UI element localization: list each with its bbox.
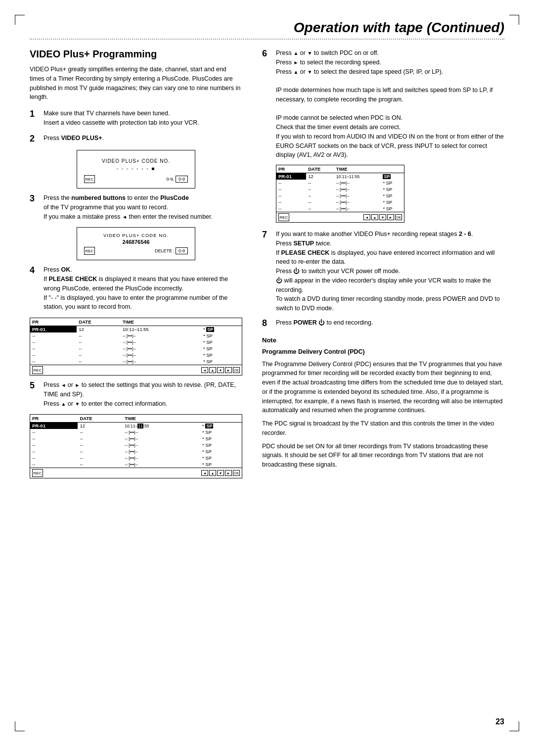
- step-1-content: Make sure that TV channels have been tun…: [44, 109, 242, 128]
- table-row: ------:|•••|--* SP: [30, 339, 242, 345]
- controls-bar-2: ◄ ▲ ▼ ► OK: [201, 470, 240, 476]
- sp-badge-3: SP: [383, 174, 391, 179]
- step-1-text-b: Insert a video cassette with protection …: [44, 119, 199, 126]
- vcr2-bottom: REC DELETE : 0-9: [84, 247, 188, 255]
- vcr2-code: 246876546: [84, 239, 188, 245]
- th-time: TIME: [121, 318, 201, 326]
- step-6-content: Press or to switch PDC on or off. Press …: [276, 48, 504, 160]
- step-5-content: Press or to select the settings that you…: [44, 380, 242, 408]
- tri-up-icon: [61, 400, 66, 407]
- section-title: VIDEO Plus+ Programming: [30, 48, 242, 60]
- th2-date: DATE: [78, 415, 123, 423]
- step-6-f: Check that the timer event details are c…: [276, 124, 400, 131]
- step-6-b: Press to select the recording speed.: [276, 59, 381, 66]
- step-6: 6 Press or to switch PDC on or off. Pres…: [262, 48, 504, 160]
- step-7: 7 If you want to make another VIDEO Plus…: [262, 230, 504, 313]
- table-row: ------:|•••|--* SP: [30, 345, 242, 352]
- page-header: Operation with tape (Continued): [30, 20, 504, 36]
- note-pdc-1: The Programme Delivery Control (PDC) ens…: [262, 360, 504, 416]
- th-sp: [201, 318, 242, 326]
- step-7-number: 7: [262, 230, 272, 240]
- table-row: ------:|•••|--* SP: [30, 332, 242, 339]
- tri-left-2-icon: [61, 381, 66, 388]
- table-row: ------:|•••|--* SP: [30, 358, 242, 365]
- th3-sp: [381, 165, 404, 173]
- vcr-display-2: VIDEO PLUS+ CODE NO. 246876546 REC DELET…: [77, 227, 195, 260]
- tri-up-2-icon: [293, 49, 298, 56]
- timer-table-3-wrap: PR DATE TIME PR-01 12 10:11–11:55 SP: [276, 165, 404, 223]
- step-7-f: To watch a DVD during timer recording st…: [276, 295, 500, 312]
- vcr1-numpad-box: 0-9: [176, 176, 188, 183]
- step-6-g: If you wish to record from AUDIO IN and …: [276, 133, 504, 159]
- ctrl-btn-1: ◄: [201, 367, 208, 373]
- timer-table-1: PR DATE TIME PR-01 12 10:11–11:55 * SP: [30, 318, 242, 365]
- table-row: ------:|•••|--* SP: [276, 180, 404, 186]
- step-5-text-a: Press or to select the settings that you…: [44, 381, 236, 398]
- th2-time: TIME: [123, 415, 200, 423]
- note-section: Note Programme Delivery Control (PDC) Th…: [262, 335, 504, 470]
- tri-right-icon: [75, 381, 80, 388]
- vcr1-rec-icon: REC: [84, 175, 95, 183]
- step-4-text-c: If "- -" is displayed, you have to enter…: [44, 294, 227, 311]
- left-column: VIDEO Plus+ Programming VIDEO Plus+ grea…: [30, 48, 242, 483]
- vcr2-label: VIDEO PLUS+ CODE NO.: [84, 233, 188, 238]
- step-1: 1 Make sure that TV channels have been t…: [30, 109, 242, 128]
- timer-table-2: PR DATE TIME PR-01 12 10:11–11:55 * SP: [30, 414, 242, 468]
- note-title: Note: [262, 335, 504, 345]
- timer-table-1-footer: REC ◄ ▲ ▼ ► OK: [30, 365, 242, 376]
- th3-date: DATE: [306, 165, 334, 173]
- ctrl3-btn-4: ►: [387, 214, 394, 220]
- ctrl2-btn-5: OK: [233, 470, 240, 476]
- corner-mark-tr: [509, 15, 519, 25]
- tri-down-2-icon: [307, 49, 312, 56]
- vcr2-delete-label: DELETE : 0-9: [155, 247, 188, 254]
- step-7-setup: SETUP: [293, 240, 314, 247]
- ctrl-btn-4: ►: [225, 367, 232, 373]
- dotted-divider: [30, 39, 504, 40]
- vcr1-numpad-label: 0-9,: [166, 177, 174, 182]
- step-4-number: 4: [30, 265, 40, 276]
- tri-left-icon: [122, 213, 127, 220]
- table-row: ------:|•••|--* SP: [30, 455, 242, 461]
- step-6-d: IP mode determines how much tape is left…: [276, 87, 492, 103]
- note-pdc-3: PDC should be set ON for all timer recor…: [262, 442, 504, 470]
- step-3-bold1: numbered buttons: [71, 194, 126, 201]
- table-row: ------:|•••|--* SP: [30, 442, 242, 448]
- td-date: 12: [77, 326, 121, 333]
- vcr1-dots: - - - - - - - ■: [84, 166, 188, 171]
- sp-badge-2: SP: [205, 424, 213, 428]
- table-row: ------:|•••|--* SP: [30, 352, 242, 358]
- step-3: 3 Press the numbered buttons to enter th…: [30, 193, 242, 221]
- right-column: 6 Press or to switch PDC on or off. Pres…: [262, 48, 504, 483]
- step-6-e: IP mode cannot be selected when PDC is O…: [276, 114, 402, 121]
- vcr2-numpad-box: 0-9: [176, 247, 188, 254]
- footer-rec-icon: REC: [32, 366, 43, 374]
- step-7-c: If PLEASE CHECK is displayed, you have e…: [276, 249, 495, 266]
- th3-pr: PR: [276, 165, 307, 173]
- step-3-text-b: of the TV programme that you want to rec…: [44, 204, 168, 211]
- step-8: 8 Press POWER ⏻ to end recording.: [262, 318, 504, 329]
- step-5-text-b: Press or to enter the correct informatio…: [44, 400, 167, 407]
- step-2-bold: VIDEO PLUS+: [61, 135, 102, 142]
- vcr1-bottom: REC 0-9, 0-9: [84, 175, 188, 183]
- step-7-content: If you want to make another VIDEO Plus+ …: [276, 230, 504, 313]
- vcr-display-1: VIDEO PLUS+ CODE NO. - - - - - - - ■ REC…: [77, 150, 195, 189]
- ctrl3-btn-1: ◄: [363, 214, 370, 220]
- step-3-content: Press the numbered buttons to enter the …: [44, 193, 242, 221]
- step-7-bold1: 2 - 6: [459, 231, 471, 237]
- page-number: 23: [495, 717, 504, 726]
- step-6-c: Press or to select the desired tape spee…: [276, 68, 443, 75]
- step-7-e: ⏻ will appear in the video recorder's di…: [276, 277, 491, 293]
- sp-badge: SP: [206, 327, 214, 332]
- ctrl-btn-5: OK: [233, 367, 240, 373]
- note-pdc-title: Programme Delivery Control (PDC): [262, 347, 504, 357]
- step-6-a: Press or to switch PDC on or off.: [276, 49, 379, 56]
- th2-sp: [200, 415, 242, 423]
- table-row: PR-01 12 10:11–11:55 * SP: [30, 423, 242, 429]
- step-1-number: 1: [30, 109, 40, 120]
- controls-bar-3: ◄ ▲ ▼ ► OK: [363, 214, 402, 220]
- th2-pr: PR: [30, 415, 78, 423]
- step-5-number: 5: [30, 380, 40, 391]
- controls-bar: ◄ ▲ ▼ ► OK: [201, 367, 240, 373]
- step-4: 4 Press OK. If PLEASE CHECK is displayed…: [30, 265, 242, 312]
